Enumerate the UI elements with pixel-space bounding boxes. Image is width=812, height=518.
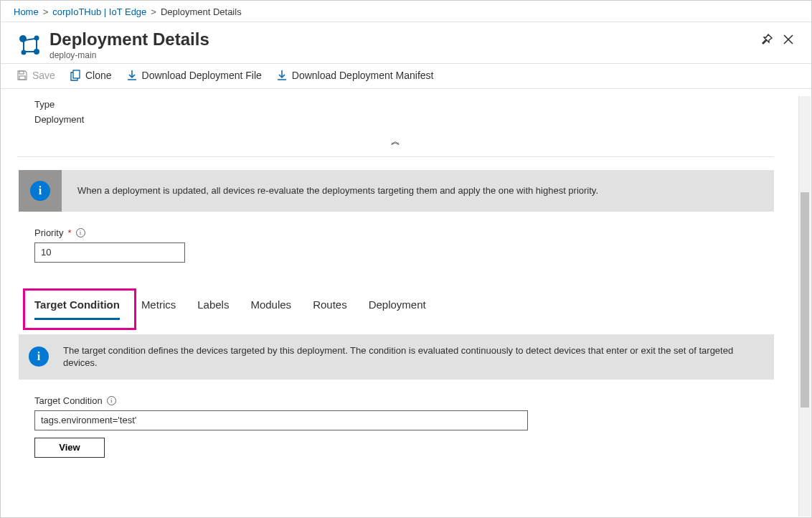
type-value: Deployment bbox=[34, 114, 774, 125]
tab-labels[interactable]: Labels bbox=[197, 293, 229, 320]
info-icon[interactable]: i bbox=[107, 396, 116, 405]
collapse-toggle[interactable]: ︽ bbox=[17, 132, 774, 157]
download-icon bbox=[276, 70, 288, 81]
type-label: Type bbox=[34, 99, 774, 110]
priority-input[interactable] bbox=[34, 242, 185, 263]
clone-button[interactable]: Clone bbox=[70, 70, 112, 81]
target-condition-input[interactable] bbox=[34, 410, 528, 430]
svg-rect-10 bbox=[19, 71, 24, 74]
download-icon bbox=[126, 70, 138, 81]
download-file-label: Download Deployment File bbox=[142, 70, 262, 81]
svg-point-3 bbox=[34, 49, 39, 55]
download-file-button[interactable]: Download Deployment File bbox=[126, 70, 262, 81]
tab-bar: Target Condition Metrics Labels Modules … bbox=[24, 293, 774, 320]
clone-label: Clone bbox=[85, 70, 112, 81]
svg-point-1 bbox=[34, 36, 39, 41]
page-header: Deployment Details deploy-main bbox=[1, 22, 811, 63]
tab-target-condition[interactable]: Target Condition bbox=[34, 293, 120, 320]
pin-icon[interactable] bbox=[761, 34, 773, 45]
save-icon bbox=[16, 70, 28, 81]
breadcrumb: Home > corpIoTHub | IoT Edge > Deploymen… bbox=[1, 1, 811, 22]
info-text: When a deployment is updated, all device… bbox=[62, 170, 774, 212]
vertical-scrollbar[interactable] bbox=[798, 96, 811, 517]
tab-modules[interactable]: Modules bbox=[250, 293, 291, 320]
svg-rect-12 bbox=[73, 70, 80, 78]
save-button: Save bbox=[16, 70, 55, 81]
deployment-icon bbox=[16, 32, 42, 58]
chevron-up-icon: ︽ bbox=[391, 136, 400, 146]
page-title: Deployment Details bbox=[49, 29, 761, 50]
target-condition-label: Target Condition bbox=[34, 395, 103, 406]
required-indicator: * bbox=[67, 227, 71, 238]
scrollbar-thumb[interactable] bbox=[801, 192, 809, 408]
info-icon: i bbox=[30, 181, 50, 201]
close-icon[interactable] bbox=[783, 34, 794, 45]
download-manifest-button[interactable]: Download Deployment Manifest bbox=[276, 70, 434, 81]
tab-metrics[interactable]: Metrics bbox=[141, 293, 176, 320]
svg-rect-11 bbox=[19, 76, 25, 80]
download-manifest-label: Download Deployment Manifest bbox=[292, 70, 434, 81]
info-banner-priority: i When a deployment is updated, all devi… bbox=[19, 170, 774, 212]
chevron-right-icon: > bbox=[151, 6, 156, 17]
tab-deployment[interactable]: Deployment bbox=[369, 293, 426, 320]
clone-icon bbox=[70, 70, 81, 81]
save-label: Save bbox=[32, 70, 55, 81]
content-pane: Type Deployment ︽ i When a deployment is… bbox=[1, 96, 790, 472]
info-banner-target: i The target condition defines the devic… bbox=[19, 334, 774, 380]
info-icon[interactable]: i bbox=[76, 228, 85, 237]
svg-point-2 bbox=[22, 50, 27, 55]
page-subtitle: deploy-main bbox=[49, 50, 761, 60]
chevron-right-icon: > bbox=[43, 6, 49, 17]
breadcrumb-current: Deployment Details bbox=[161, 6, 242, 17]
breadcrumb-parent[interactable]: corpIoTHub | IoT Edge bbox=[52, 6, 146, 17]
info-text: The target condition defines the devices… bbox=[59, 334, 774, 380]
info-icon: i bbox=[29, 347, 49, 367]
view-button[interactable]: View bbox=[34, 438, 105, 458]
tab-routes[interactable]: Routes bbox=[313, 293, 347, 320]
breadcrumb-home[interactable]: Home bbox=[14, 6, 39, 17]
svg-point-0 bbox=[19, 35, 27, 42]
priority-label: Priority bbox=[34, 227, 63, 238]
command-bar: Save Clone Download Deployment File Down… bbox=[1, 63, 811, 89]
